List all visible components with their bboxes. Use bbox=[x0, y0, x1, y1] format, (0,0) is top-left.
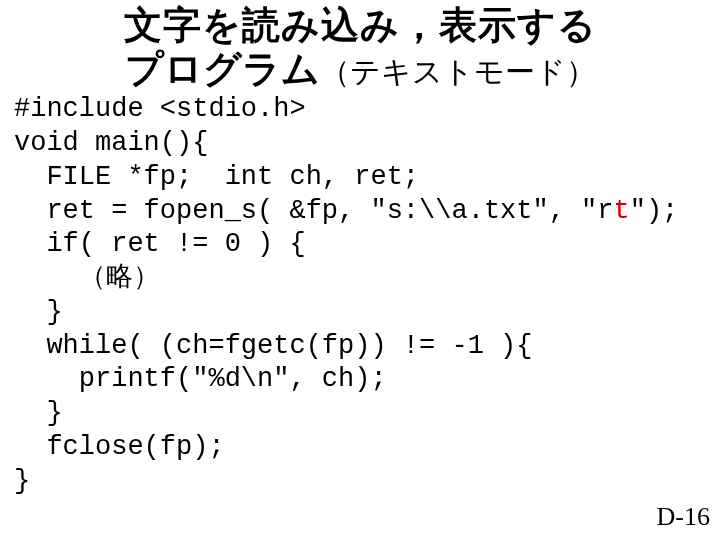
code-line-4c: "); bbox=[630, 196, 679, 226]
code-line-2: void main(){ bbox=[14, 128, 208, 158]
page-number: D-16 bbox=[657, 502, 710, 532]
code-line-5: if( ret != 0 ) { bbox=[14, 229, 306, 259]
code-line-3: FILE *fp; int ch, ret; bbox=[14, 162, 419, 192]
title-main: プログラム bbox=[125, 48, 320, 90]
slide-title: 文字を読み込み，表示する プログラム（テキストモード） bbox=[0, 0, 720, 91]
code-line-4a: ret = fopen_s( &fp, "s:\\a.txt", "r bbox=[14, 196, 614, 226]
code-line-7: } bbox=[14, 297, 63, 327]
code-highlight-t: t bbox=[614, 196, 630, 226]
code-block: #include <stdio.h> void main(){ FILE *fp… bbox=[0, 91, 720, 498]
title-line-1: 文字を読み込み，表示する bbox=[0, 4, 720, 48]
code-line-8: while( (ch=fgetc(fp)) != -1 ){ bbox=[14, 331, 532, 361]
code-line-10: } bbox=[14, 398, 63, 428]
code-line-6: （略） bbox=[14, 263, 160, 293]
title-line-2: プログラム（テキストモード） bbox=[0, 48, 720, 92]
code-line-12: } bbox=[14, 466, 30, 496]
code-line-1: #include <stdio.h> bbox=[14, 94, 306, 124]
code-line-9: printf("%d\n", ch); bbox=[14, 364, 387, 394]
title-subtitle: （テキストモード） bbox=[320, 55, 596, 88]
slide: 文字を読み込み，表示する プログラム（テキストモード） #include <st… bbox=[0, 0, 720, 540]
code-line-11: fclose(fp); bbox=[14, 432, 225, 462]
